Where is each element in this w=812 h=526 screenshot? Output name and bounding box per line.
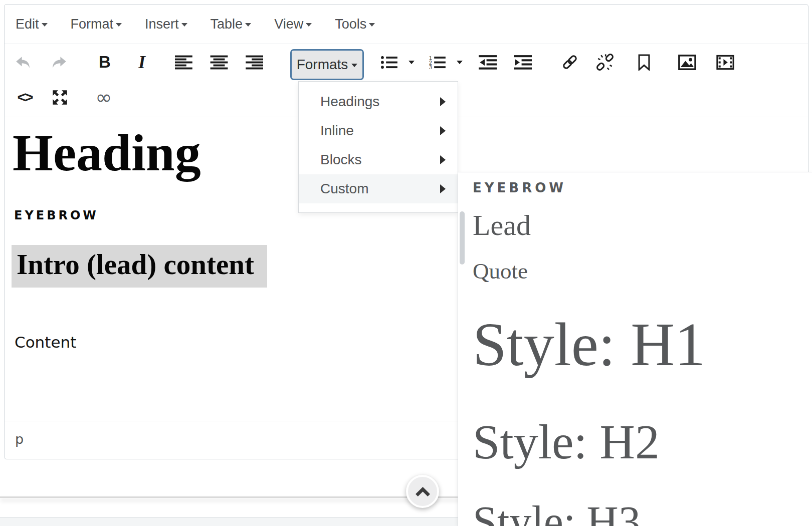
anchor-bookmark-button[interactable] [633,51,655,73]
formats-button-label: Formats [297,57,348,73]
menu-item-label: Blocks [320,152,361,168]
bullet-list-button[interactable] [378,51,400,73]
submenu-item-style-h3[interactable]: Style: H3 [473,493,812,526]
formats-menu-item-inline[interactable]: Inline [299,116,458,145]
chevron-down-icon [409,61,415,64]
fullscreen-button[interactable] [49,86,71,108]
nonbreaking-space-button[interactable]: ∞ [93,86,115,108]
remove-link-button[interactable] [594,51,616,73]
chevron-down-icon [42,23,48,27]
menu-view-label: View [274,17,303,32]
menu-format[interactable]: Format [71,17,122,32]
fullscreen-icon [52,89,68,106]
menu-table[interactable]: Table [211,17,252,32]
formats-menu-item-headings[interactable]: Headings [299,87,458,116]
submenu-item-style-h2[interactable]: Style: H2 [473,410,812,474]
italic-button[interactable]: I [131,51,153,73]
align-center-button[interactable] [208,51,230,73]
menu-tools-label: Tools [335,17,366,32]
redo-icon [51,56,67,69]
menubar: Edit Format Insert Table View Tools [5,5,808,44]
bullet-list-menu-button[interactable] [407,51,417,73]
submenu-scrollbar-thumb[interactable] [460,211,465,265]
insert-link-button[interactable] [559,51,581,73]
submenu-item-eyebrow[interactable]: EYEBROW [473,180,812,195]
numbered-list-menu-button[interactable] [455,51,465,73]
media-icon [716,55,734,70]
align-left-button[interactable] [173,51,195,73]
code-icon: <> [17,89,32,106]
chevron-down-icon [457,61,463,64]
chevron-right-icon [440,184,446,193]
svg-text:3: 3 [429,65,432,69]
content-intro-selected[interactable]: Intro (lead) content [12,245,267,288]
content-paragraph[interactable]: Content [15,333,76,351]
formats-dropdown-button[interactable]: Formats [290,49,364,80]
bullet-list-icon [381,56,398,69]
bold-button[interactable]: B [94,51,116,73]
align-center-icon [210,55,228,70]
menu-tools[interactable]: Tools [335,17,375,32]
indent-button[interactable] [512,51,534,73]
chevron-down-icon [351,64,357,67]
insert-image-button[interactable] [676,51,698,73]
menu-item-label: Headings [320,94,379,110]
unlink-icon [596,54,614,71]
chevron-down-icon [306,23,312,27]
custom-styles-submenu: EYEBROW Lead Quote Style: H1 Style: H2 S… [458,172,812,526]
formats-menu-item-blocks[interactable]: Blocks [299,145,458,174]
chevron-right-icon [440,126,446,135]
chevron-right-icon [440,97,446,106]
menu-item-label: Inline [320,123,354,139]
menubar-divider [5,44,808,44]
content-eyebrow[interactable]: EYEBROW [14,208,99,222]
undo-icon [16,56,32,69]
link-icon [561,54,578,71]
formats-menu: Headings Inline Blocks Custom [298,81,458,213]
formats-menu-item-custom[interactable]: Custom [299,174,458,203]
menu-view[interactable]: View [274,17,312,32]
menu-table-label: Table [211,17,243,32]
menu-insert-label: Insert [145,17,179,32]
page: { "menubar": { "items": [ { "label": "Ed… [0,0,812,526]
italic-icon: I [138,52,145,73]
menu-edit[interactable]: Edit [16,17,48,32]
chevron-down-icon [116,23,122,27]
numbered-list-icon: 123 [429,56,446,69]
image-icon [678,55,696,70]
menu-item-label: Custom [320,181,368,197]
insert-media-button[interactable] [714,51,736,73]
chevron-right-icon [440,155,446,164]
source-code-button[interactable]: <> [14,86,36,108]
scroll-to-top-button[interactable] [406,475,439,508]
outdent-button[interactable] [477,51,499,73]
element-path[interactable]: p [15,431,24,447]
bookmark-icon [637,54,651,71]
align-right-button[interactable] [243,51,265,73]
indent-icon [514,55,532,70]
submenu-item-style-h1[interactable]: Style: H1 [473,305,812,385]
bold-icon: B [99,53,111,72]
chevron-down-icon [369,23,375,27]
chevron-down-icon [245,23,251,27]
redo-button[interactable] [48,51,70,73]
content-heading[interactable]: Heading [13,123,201,183]
align-right-icon [245,55,263,70]
undo-button[interactable] [13,51,35,73]
infinity-icon: ∞ [95,86,112,109]
chevron-down-icon [181,23,187,27]
numbered-list-button[interactable]: 123 [427,51,449,73]
menu-insert[interactable]: Insert [145,17,187,32]
chevron-up-icon [415,486,431,497]
submenu-item-quote[interactable]: Quote [473,257,812,285]
menu-format-label: Format [71,17,114,32]
submenu-item-lead[interactable]: Lead [473,207,812,244]
menu-edit-label: Edit [16,17,39,32]
outdent-icon [479,55,497,70]
align-left-icon [175,55,193,70]
